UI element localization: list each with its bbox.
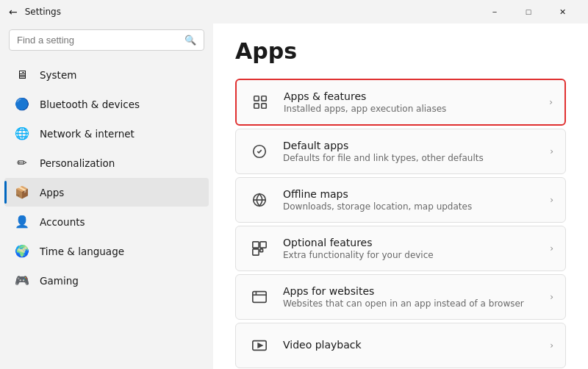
svg-rect-9 — [253, 249, 259, 255]
svg-marker-15 — [258, 343, 262, 348]
svg-rect-3 — [262, 104, 266, 108]
sidebar-item-system[interactable]: 🖥 System — [4, 60, 209, 89]
sidebar-item-bluetooth[interactable]: 🔵 Bluetooth & devices — [4, 90, 209, 118]
nav-icon-apps: 📦 — [15, 185, 29, 199]
settings-text-apps-features: Apps & features Installed apps, app exec… — [284, 90, 537, 114]
nav-icon-accounts: 👤 — [15, 215, 29, 229]
settings-icon-apps-features — [248, 90, 272, 114]
nav-label-network: Network & internet — [40, 128, 135, 140]
settings-desc-apps-websites: Websites that can open in an app instead… — [283, 298, 538, 309]
close-button[interactable]: ✕ — [545, 0, 579, 24]
svg-rect-0 — [254, 96, 259, 101]
search-icon: 🔍 — [184, 35, 196, 46]
settings-text-video-playback: Video playback — [283, 339, 538, 352]
settings-desc-optional-features: Extra functionality for your device — [283, 250, 538, 260]
svg-rect-2 — [254, 104, 259, 108]
sidebar-item-accounts[interactable]: 👤 Accounts — [4, 207, 209, 236]
svg-rect-11 — [253, 292, 266, 303]
settings-text-apps-websites: Apps for websites Websites that can open… — [283, 285, 538, 309]
svg-rect-1 — [262, 96, 266, 101]
svg-rect-7 — [253, 242, 259, 248]
chevron-icon-video-playback: › — [550, 340, 553, 351]
nav-icon-system: 🖥 — [15, 68, 29, 82]
nav-icon-personalization: ✏️ — [15, 156, 29, 170]
settings-item-default-apps[interactable]: Default apps Defaults for file and link … — [235, 129, 566, 174]
back-button[interactable]: ← — [9, 6, 18, 18]
chevron-icon-default-apps: › — [550, 146, 553, 157]
nav-label-system: System — [40, 69, 76, 81]
sidebar-item-network[interactable]: 🌐 Network & internet — [4, 119, 209, 148]
main-content: Apps Apps & features Installed apps, app… — [213, 24, 588, 369]
page-title: Apps — [235, 38, 566, 64]
title-bar: ← Settings − □ ✕ — [0, 0, 588, 24]
settings-text-offline-maps: Offline maps Downloads, storage location… — [283, 188, 538, 212]
search-input[interactable] — [17, 35, 179, 46]
settings-title-offline-maps: Offline maps — [283, 188, 538, 200]
nav-icon-time: 🌍 — [15, 244, 29, 258]
settings-item-optional-features[interactable]: Optional features Extra functionality fo… — [235, 226, 566, 271]
settings-title-apps-features: Apps & features — [284, 90, 537, 102]
chevron-icon-optional-features: › — [550, 243, 553, 254]
nav-label-time: Time & language — [40, 246, 124, 257]
nav-label-apps: Apps — [40, 187, 64, 198]
sidebar-item-apps[interactable]: 📦 Apps — [4, 178, 209, 207]
sidebar: 🔍 🖥 System 🔵 Bluetooth & devices 🌐 Netwo… — [0, 24, 213, 369]
sidebar-item-time[interactable]: 🌍 Time & language — [4, 237, 209, 265]
nav-icon-gaming: 🎮 — [15, 273, 29, 287]
sidebar-item-personalization[interactable]: ✏️ Personalization — [4, 148, 209, 177]
title-bar-left: ← Settings — [9, 6, 61, 18]
svg-rect-10 — [260, 249, 263, 252]
nav-icon-bluetooth: 🔵 — [15, 97, 29, 111]
search-container: 🔍 — [9, 29, 204, 51]
settings-title-default-apps: Default apps — [283, 140, 538, 151]
settings-icon-video-playback — [248, 334, 271, 357]
settings-desc-offline-maps: Downloads, storage location, map updates — [283, 201, 538, 212]
sidebar-item-gaming[interactable]: 🎮 Gaming — [4, 266, 209, 295]
nav-label-gaming: Gaming — [40, 275, 79, 287]
settings-list: Apps & features Installed apps, app exec… — [235, 79, 566, 368]
svg-rect-8 — [260, 242, 266, 248]
settings-icon-optional-features — [248, 237, 271, 260]
settings-item-offline-maps[interactable]: Offline maps Downloads, storage location… — [235, 177, 566, 223]
settings-icon-offline-maps — [248, 188, 271, 212]
chevron-icon-offline-maps: › — [550, 195, 553, 205]
settings-item-video-playback[interactable]: Video playback › — [235, 323, 566, 368]
nav-label-personalization: Personalization — [40, 157, 115, 169]
nav-label-accounts: Accounts — [40, 216, 85, 228]
settings-text-optional-features: Optional features Extra functionality fo… — [283, 237, 538, 260]
settings-title-optional-features: Optional features — [283, 237, 538, 248]
window-title: Settings — [25, 7, 61, 17]
settings-desc-apps-features: Installed apps, app execution aliases — [284, 104, 537, 114]
nav-label-bluetooth: Bluetooth & devices — [40, 98, 140, 110]
settings-title-apps-websites: Apps for websites — [283, 285, 538, 297]
chevron-icon-apps-features: › — [549, 97, 553, 107]
settings-item-apps-websites[interactable]: Apps for websites Websites that can open… — [235, 274, 566, 320]
nav-icon-network: 🌐 — [15, 126, 29, 140]
maximize-button[interactable]: □ — [512, 0, 545, 24]
chevron-icon-apps-websites: › — [550, 292, 553, 302]
settings-icon-apps-websites — [248, 285, 271, 309]
nav-list: 🖥 System 🔵 Bluetooth & devices 🌐 Network… — [0, 60, 213, 295]
minimize-button[interactable]: − — [478, 0, 512, 24]
settings-item-apps-features[interactable]: Apps & features Installed apps, app exec… — [235, 79, 566, 126]
title-bar-controls: − □ ✕ — [478, 0, 579, 24]
settings-desc-default-apps: Defaults for file and link types, other … — [283, 153, 538, 163]
settings-title-video-playback: Video playback — [283, 339, 538, 351]
settings-text-default-apps: Default apps Defaults for file and link … — [283, 140, 538, 163]
settings-icon-default-apps — [248, 140, 271, 163]
app-body: 🔍 🖥 System 🔵 Bluetooth & devices 🌐 Netwo… — [0, 24, 588, 369]
